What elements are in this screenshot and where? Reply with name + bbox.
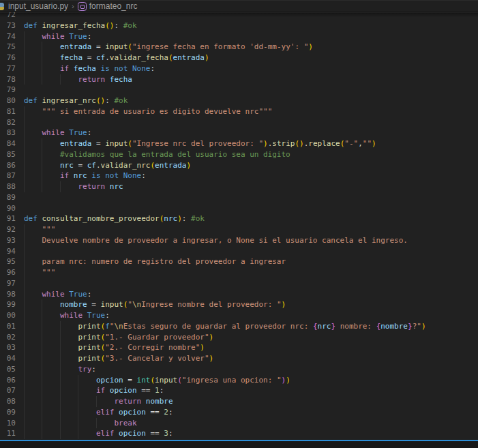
code-line[interactable]: 75 entrada = input("ingrese fecha en for… xyxy=(0,42,478,53)
code-line[interactable]: 80def ingresar_nrc(): #ok xyxy=(0,95,478,106)
code-line-content: return fecha xyxy=(24,74,478,85)
code-line[interactable]: 91def consultar_nombre_proveedor(nrc): #… xyxy=(0,213,478,224)
code-token: ) xyxy=(209,333,214,342)
code-line[interactable]: 96 """ xyxy=(0,267,478,278)
line-number: 98 xyxy=(0,289,16,300)
indent-guide xyxy=(60,375,61,386)
code-token: input xyxy=(155,376,177,385)
code-line[interactable]: 98 while True: xyxy=(0,289,478,300)
code-line[interactable]: 95 param nrc: numero de registro del pro… xyxy=(0,256,478,267)
code-line[interactable]: 06 opcion = int(input("ingresa una opcio… xyxy=(0,375,478,386)
code-token: "1.- Guardar proveedor" xyxy=(105,333,209,342)
indent-guide xyxy=(42,342,42,353)
line-number: 94 xyxy=(0,246,16,257)
code-line[interactable]: 09 elif opcion == 2: xyxy=(0,407,478,418)
code-line[interactable]: 88 return nrc xyxy=(0,181,478,192)
indent-whitespace xyxy=(24,225,42,234)
code-line[interactable]: 78 return fecha xyxy=(0,74,478,85)
code-line[interactable]: 99 nombre = input("\nIngrese nombre del … xyxy=(0,299,478,310)
indent-guide xyxy=(24,63,25,74)
code-token: print xyxy=(78,333,100,342)
code-token: { xyxy=(313,322,318,331)
code-line-content: while True: xyxy=(24,31,478,42)
code-line[interactable]: 11 elif opcion == 3: xyxy=(0,428,478,439)
code-line-content: try: xyxy=(24,364,478,375)
code-line[interactable]: 01 print(f"\nEstas seguro de guardar al … xyxy=(0,321,478,332)
indent-guide xyxy=(24,117,25,128)
code-line[interactable]: 76 fecha = cf.validar_fecha(entrada) xyxy=(0,53,478,63)
code-token: entrada xyxy=(60,139,91,148)
code-line[interactable]: 82 xyxy=(0,117,478,128)
code-line[interactable]: 92 """ xyxy=(0,224,478,235)
indent-guide xyxy=(42,407,42,418)
code-token: : xyxy=(91,365,96,374)
code-line[interactable]: 10 break xyxy=(0,418,478,429)
code-token: Devuelve nombre de proveedor a ingresar,… xyxy=(42,236,408,245)
line-number: 80 xyxy=(0,95,16,106)
indent-guide xyxy=(42,170,42,181)
indent-guide xyxy=(60,385,61,396)
code-line[interactable]: 79 xyxy=(0,85,478,95)
code-line[interactable]: 04 print("3.- Cancelar y volver") xyxy=(0,353,478,364)
code-line[interactable]: 08 return nombre xyxy=(0,396,478,407)
code-line[interactable]: 00 while True: xyxy=(0,310,478,321)
indent-guide xyxy=(24,181,25,192)
code-line[interactable]: 89 xyxy=(0,192,478,203)
code-token: elif xyxy=(96,408,119,417)
code-line[interactable]: 84 entrada = input("Ingrese nrc del prov… xyxy=(0,138,478,149)
code-line[interactable]: 02 print("1.- Guardar proveedor") xyxy=(0,332,478,343)
code-line[interactable]: 81 """ si entrada de usuario es digito d… xyxy=(0,106,478,117)
code-line[interactable]: 77 if fecha is not None: xyxy=(0,63,478,74)
code-line-content xyxy=(24,192,478,203)
code-editor[interactable]: 7273def ingresar_fecha(): #ok74 while Tr… xyxy=(0,12,478,440)
code-token: print xyxy=(78,343,100,352)
code-token: nombre xyxy=(146,397,173,406)
indent-guide xyxy=(24,74,25,85)
code-line[interactable]: 94 xyxy=(0,246,478,257)
code-token: : xyxy=(168,408,173,417)
code-token: = xyxy=(91,42,105,51)
code-line-content: def ingresar_nrc(): #ok xyxy=(24,95,478,106)
code-line[interactable]: 74 while True: xyxy=(0,31,478,42)
indent-guide xyxy=(96,418,97,429)
code-token: return xyxy=(78,75,109,84)
line-number: 09 xyxy=(0,407,16,418)
code-line[interactable]: 85 #validamos que la entrada del usuario… xyxy=(0,149,478,160)
code-line-content: nrc = cf.validar_nrc(entrada) xyxy=(24,160,478,171)
code-token: nrc xyxy=(110,182,123,191)
code-token: f xyxy=(105,322,110,331)
code-line-content: if nrc is not None: xyxy=(24,170,478,181)
code-line[interactable]: 73def ingresar_fecha(): #ok xyxy=(0,20,478,31)
code-line[interactable]: 72 xyxy=(0,12,478,20)
code-line[interactable]: 93 Devuelve nombre de proveedor a ingres… xyxy=(0,235,478,246)
code-line-content: break xyxy=(24,418,478,429)
indent-guide xyxy=(24,342,25,353)
code-line[interactable]: 90 xyxy=(0,203,478,214)
code-line-content: nombre = input("\nIngrese nombre del pro… xyxy=(24,299,478,310)
panel-resize-sash[interactable] xyxy=(0,440,478,441)
code-line[interactable]: 97 xyxy=(0,278,478,289)
indent-guide xyxy=(24,235,25,246)
code-token: nombre xyxy=(380,322,408,331)
breadcrumb-file[interactable]: input_usuario.py xyxy=(8,1,68,11)
code-token: nrc xyxy=(318,322,331,331)
code-line[interactable]: 05 try: xyxy=(0,364,478,375)
code-token: while xyxy=(42,128,70,137)
code-line[interactable]: 86 nrc = cf.validar_nrc(entrada) xyxy=(0,160,478,171)
indent-guide xyxy=(24,385,25,396)
code-line-content: elif opcion == 2: xyxy=(24,407,478,418)
breadcrumb-symbol[interactable]: formateo_nrc xyxy=(89,1,138,11)
code-line[interactable]: 07 if opcion == 1: xyxy=(0,385,478,396)
code-token: " xyxy=(128,300,132,309)
line-number: 82 xyxy=(0,117,16,128)
code-token: "" xyxy=(363,139,372,148)
code-token: : xyxy=(141,171,146,180)
code-line[interactable]: 83 while True: xyxy=(0,128,478,138)
indent-whitespace xyxy=(24,268,42,277)
code-token: def xyxy=(24,214,42,223)
breadcrumb: input_usuario.py › formateo_nrc xyxy=(0,0,478,12)
code-line[interactable]: 03 print("2.- Corregir nombre") xyxy=(0,342,478,353)
indent-whitespace xyxy=(24,107,42,116)
code-line[interactable]: 87 if nrc is not None: xyxy=(0,170,478,181)
code-token: #ok xyxy=(114,96,128,105)
